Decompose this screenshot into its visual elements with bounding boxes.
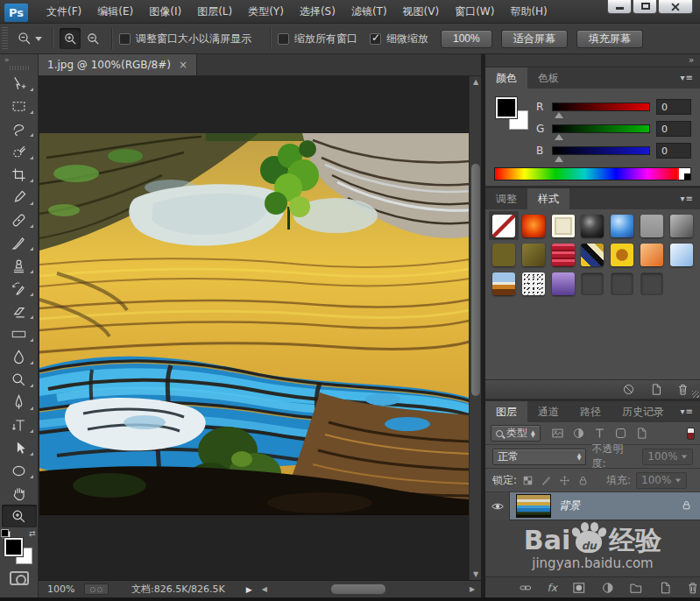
color-spectrum-ramp[interactable] [494, 167, 691, 180]
zoom-all-windows-option[interactable]: 缩放所有窗口 [278, 32, 357, 46]
maximize-button[interactable] [633, 0, 657, 14]
fill-screen-button[interactable]: 填充屏幕 [576, 30, 643, 48]
menu-window[interactable]: 窗口(W) [447, 0, 502, 24]
menu-view[interactable]: 视图(V) [395, 0, 448, 24]
dodge-tool-button[interactable] [2, 368, 37, 391]
red-value-field[interactable]: 0 [656, 99, 691, 115]
options-drag-grip[interactable] [2, 27, 8, 50]
red-slider[interactable] [552, 103, 650, 111]
filter-pixel-layers-icon[interactable] [551, 427, 564, 440]
filter-switch-icon[interactable] [687, 428, 695, 440]
style-swatch-gray-flat[interactable] [637, 211, 667, 240]
resize-windows-option[interactable]: 调整窗口大小以满屏显示 [119, 32, 251, 46]
filter-shape-layers-icon[interactable] [614, 427, 627, 440]
scroll-down-icon[interactable]: ▼ [470, 569, 481, 580]
lock-position-icon[interactable] [559, 475, 570, 486]
blue-slider-knob[interactable] [555, 156, 563, 162]
menu-image[interactable]: 图像(I) [141, 0, 189, 24]
filter-type-layers-icon[interactable] [593, 427, 606, 440]
filter-smart-objects-icon[interactable] [635, 427, 648, 440]
tools-collapse-button[interactable]: » [0, 54, 38, 66]
dock-collapse-button[interactable]: » [485, 54, 700, 67]
menu-file[interactable]: 文件(F) [39, 0, 89, 24]
menu-select[interactable]: 选择(S) [292, 0, 343, 24]
foreground-color-swatch[interactable] [496, 97, 517, 118]
style-swatch-empty[interactable] [637, 269, 667, 298]
tab-color[interactable]: 颜色 [485, 67, 527, 88]
panel-menu-icon[interactable]: ▾≡ [681, 194, 694, 203]
horizontal-scroll-thumb[interactable] [331, 584, 385, 594]
style-swatch-color-mosaic[interactable] [578, 240, 608, 269]
status-zoom-field[interactable]: 100% [47, 583, 84, 595]
document-tab[interactable]: 1.jpg @ 100%(RGB/8#) × [39, 54, 197, 75]
style-swatch-olive-flat[interactable] [489, 240, 519, 269]
tools-drag-grip[interactable] [10, 66, 29, 70]
green-slider-knob[interactable] [555, 134, 563, 140]
style-swatch-landscape[interactable] [489, 269, 519, 298]
opacity-dropdown[interactable]: 100% [642, 449, 693, 465]
tab-channels[interactable]: 通道 [527, 401, 569, 422]
vertical-scroll-thumb[interactable] [471, 164, 480, 396]
crop-tool-button[interactable] [2, 163, 37, 186]
green-value-field[interactable]: 0 [656, 121, 691, 137]
lock-transparency-icon[interactable] [522, 475, 534, 486]
menu-filter[interactable]: 滤镜(T) [343, 0, 395, 24]
scroll-right-icon[interactable]: ▶ [467, 583, 477, 596]
quick-selection-tool-button[interactable] [2, 140, 37, 163]
style-swatch-orange-glow[interactable] [519, 211, 548, 240]
gradient-tool-button[interactable] [2, 322, 37, 345]
style-swatch-empty[interactable] [607, 269, 637, 298]
shape-tool-button[interactable] [2, 459, 37, 482]
healing-brush-tool-button[interactable] [2, 209, 37, 231]
style-swatch-gray-gradient[interactable] [667, 211, 696, 240]
red-slider-knob[interactable] [555, 112, 563, 118]
checkbox-checked-icon[interactable] [370, 33, 381, 45]
style-swatch-noise[interactable] [519, 269, 548, 298]
zoom-100-button[interactable]: 100% [441, 30, 492, 48]
style-swatch-red-stripes[interactable] [548, 240, 578, 269]
style-swatch-ivory-frame[interactable] [548, 211, 578, 240]
status-gears-icon[interactable] [84, 583, 109, 595]
scrubby-zoom-option[interactable]: 细微缩放 [370, 32, 428, 46]
delete-style-icon[interactable] [676, 383, 689, 396]
eyedropper-tool-button[interactable] [2, 186, 37, 209]
filter-type-dropdown[interactable]: 类型 ▲▼ [491, 425, 541, 442]
new-group-icon[interactable] [629, 581, 643, 595]
marquee-tool-button[interactable] [2, 95, 37, 117]
lock-pixels-icon[interactable] [541, 475, 552, 486]
style-swatch-olive-gradient[interactable] [519, 240, 548, 269]
tab-paths[interactable]: 路径 [569, 401, 612, 422]
style-swatch-purple-gradient[interactable] [548, 269, 578, 298]
vertical-scrollbar[interactable]: ▲ ▼ [469, 76, 481, 580]
blue-value-field[interactable]: 0 [656, 143, 691, 159]
history-brush-tool-button[interactable] [2, 277, 37, 300]
layer-effects-icon[interactable]: fx [548, 582, 557, 594]
panel-resize-grip[interactable] [692, 391, 699, 398]
tab-close-icon[interactable]: × [179, 59, 187, 71]
tab-swatches[interactable]: 色板 [527, 67, 569, 88]
close-button[interactable] [658, 0, 693, 14]
lasso-tool-button[interactable] [2, 117, 37, 140]
add-layer-mask-icon[interactable] [572, 581, 586, 595]
type-tool-button[interactable] [2, 414, 37, 436]
menu-layer[interactable]: 图层(L) [189, 0, 240, 24]
layer-visibility-toggle[interactable] [485, 492, 510, 520]
path-selection-tool-button[interactable] [2, 436, 37, 459]
hand-tool-button[interactable] [2, 482, 37, 505]
brush-tool-button[interactable] [2, 231, 37, 254]
quick-mask-button[interactable] [10, 571, 29, 585]
canvas-image[interactable] [39, 133, 470, 515]
layer-row-background[interactable]: 背景 [485, 492, 700, 520]
layer-name[interactable]: 背景 [559, 498, 681, 513]
pen-tool-button[interactable] [2, 391, 37, 414]
spectrum-bw-corner[interactable] [679, 168, 690, 180]
clone-stamp-tool-button[interactable] [2, 254, 37, 277]
menu-type[interactable]: 类型(Y) [240, 0, 292, 24]
menu-help[interactable]: 帮助(H) [502, 0, 555, 24]
checkbox-unchecked-icon[interactable] [119, 33, 131, 45]
menu-edit[interactable]: 编辑(E) [89, 0, 141, 24]
panel-menu-icon[interactable]: ▾≡ [681, 407, 694, 416]
move-tool-button[interactable] [2, 72, 37, 95]
new-layer-icon[interactable] [658, 581, 672, 595]
filter-adjustment-layers-icon[interactable] [572, 427, 585, 440]
